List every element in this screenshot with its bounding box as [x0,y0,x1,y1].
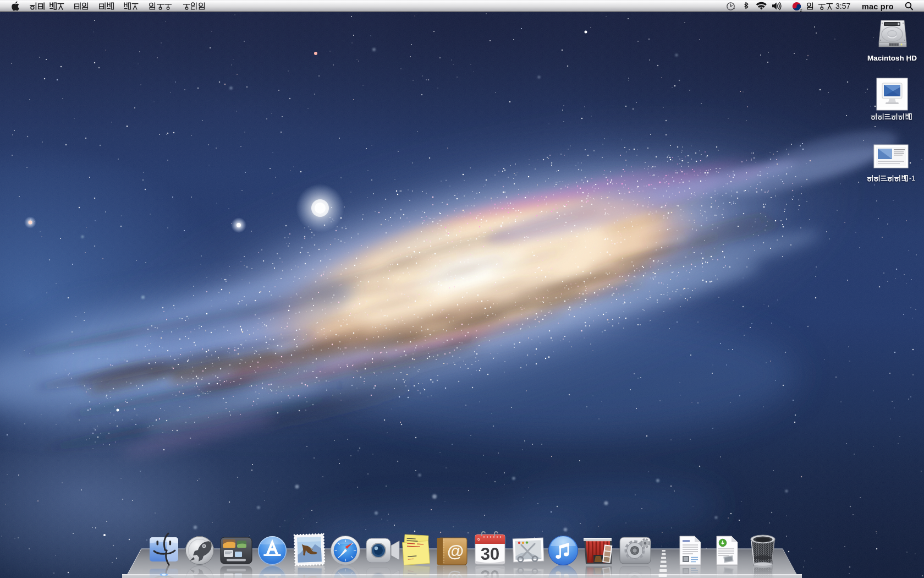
svg-text:2: 2 [800,8,802,13]
svg-text:3:57: 3:57 [835,2,850,10]
svg-text:-1: -1 [909,175,915,182]
svg-text:Macintosh HD: Macintosh HD [867,54,917,62]
svg-text:mac pro: mac pro [862,2,894,11]
